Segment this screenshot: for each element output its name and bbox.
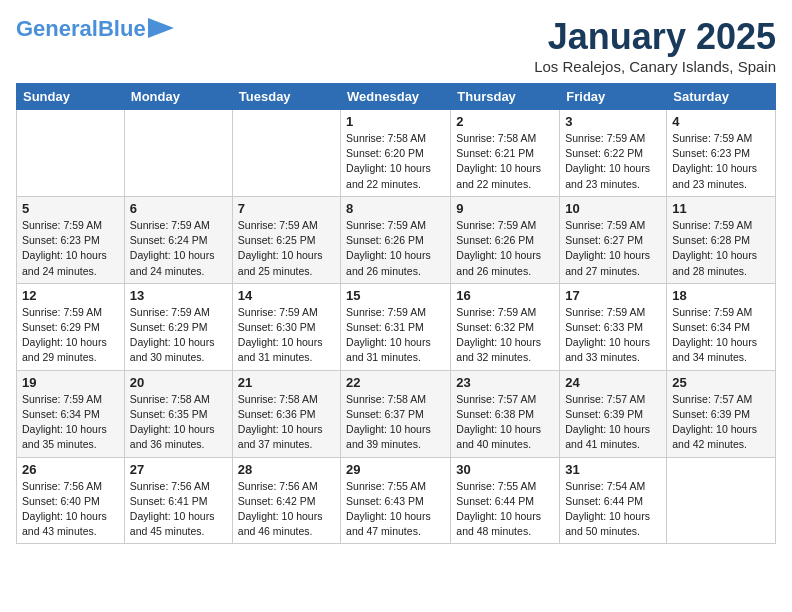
day-info: Sunrise: 7:59 AMSunset: 6:32 PMDaylight:…	[456, 305, 554, 366]
calendar-cell	[232, 110, 340, 197]
day-number: 8	[346, 201, 445, 216]
day-info: Sunrise: 7:59 AMSunset: 6:24 PMDaylight:…	[130, 218, 227, 279]
weekday-header-row: SundayMondayTuesdayWednesdayThursdayFrid…	[17, 84, 776, 110]
day-number: 21	[238, 375, 335, 390]
day-number: 25	[672, 375, 770, 390]
day-info: Sunrise: 7:56 AMSunset: 6:40 PMDaylight:…	[22, 479, 119, 540]
day-number: 24	[565, 375, 661, 390]
calendar-cell: 30Sunrise: 7:55 AMSunset: 6:44 PMDayligh…	[451, 457, 560, 544]
calendar-cell: 29Sunrise: 7:55 AMSunset: 6:43 PMDayligh…	[341, 457, 451, 544]
weekday-header-thursday: Thursday	[451, 84, 560, 110]
day-info: Sunrise: 7:59 AMSunset: 6:33 PMDaylight:…	[565, 305, 661, 366]
day-number: 28	[238, 462, 335, 477]
day-info: Sunrise: 7:59 AMSunset: 6:28 PMDaylight:…	[672, 218, 770, 279]
day-info: Sunrise: 7:59 AMSunset: 6:22 PMDaylight:…	[565, 131, 661, 192]
calendar-cell: 17Sunrise: 7:59 AMSunset: 6:33 PMDayligh…	[560, 283, 667, 370]
day-info: Sunrise: 7:57 AMSunset: 6:39 PMDaylight:…	[672, 392, 770, 453]
day-info: Sunrise: 7:57 AMSunset: 6:39 PMDaylight:…	[565, 392, 661, 453]
calendar-cell: 5Sunrise: 7:59 AMSunset: 6:23 PMDaylight…	[17, 196, 125, 283]
calendar-table: SundayMondayTuesdayWednesdayThursdayFrid…	[16, 83, 776, 544]
day-info: Sunrise: 7:55 AMSunset: 6:43 PMDaylight:…	[346, 479, 445, 540]
week-row-1: 1Sunrise: 7:58 AMSunset: 6:20 PMDaylight…	[17, 110, 776, 197]
day-number: 30	[456, 462, 554, 477]
calendar-cell: 20Sunrise: 7:58 AMSunset: 6:35 PMDayligh…	[124, 370, 232, 457]
calendar-cell: 7Sunrise: 7:59 AMSunset: 6:25 PMDaylight…	[232, 196, 340, 283]
logo-text: GeneralBlue	[16, 18, 146, 40]
calendar-cell: 27Sunrise: 7:56 AMSunset: 6:41 PMDayligh…	[124, 457, 232, 544]
day-number: 9	[456, 201, 554, 216]
calendar-cell: 10Sunrise: 7:59 AMSunset: 6:27 PMDayligh…	[560, 196, 667, 283]
day-number: 29	[346, 462, 445, 477]
day-info: Sunrise: 7:56 AMSunset: 6:42 PMDaylight:…	[238, 479, 335, 540]
day-number: 14	[238, 288, 335, 303]
calendar-cell: 8Sunrise: 7:59 AMSunset: 6:26 PMDaylight…	[341, 196, 451, 283]
weekday-header-monday: Monday	[124, 84, 232, 110]
calendar-cell: 13Sunrise: 7:59 AMSunset: 6:29 PMDayligh…	[124, 283, 232, 370]
day-number: 20	[130, 375, 227, 390]
calendar-cell: 19Sunrise: 7:59 AMSunset: 6:34 PMDayligh…	[17, 370, 125, 457]
calendar-cell: 14Sunrise: 7:59 AMSunset: 6:30 PMDayligh…	[232, 283, 340, 370]
day-number: 3	[565, 114, 661, 129]
day-info: Sunrise: 7:58 AMSunset: 6:36 PMDaylight:…	[238, 392, 335, 453]
day-info: Sunrise: 7:59 AMSunset: 6:23 PMDaylight:…	[22, 218, 119, 279]
calendar-cell: 15Sunrise: 7:59 AMSunset: 6:31 PMDayligh…	[341, 283, 451, 370]
day-info: Sunrise: 7:59 AMSunset: 6:26 PMDaylight:…	[456, 218, 554, 279]
day-info: Sunrise: 7:59 AMSunset: 6:25 PMDaylight:…	[238, 218, 335, 279]
calendar-cell: 11Sunrise: 7:59 AMSunset: 6:28 PMDayligh…	[667, 196, 776, 283]
day-info: Sunrise: 7:57 AMSunset: 6:38 PMDaylight:…	[456, 392, 554, 453]
day-info: Sunrise: 7:59 AMSunset: 6:29 PMDaylight:…	[22, 305, 119, 366]
day-number: 31	[565, 462, 661, 477]
calendar-cell	[124, 110, 232, 197]
day-number: 4	[672, 114, 770, 129]
calendar-cell: 24Sunrise: 7:57 AMSunset: 6:39 PMDayligh…	[560, 370, 667, 457]
calendar-cell: 25Sunrise: 7:57 AMSunset: 6:39 PMDayligh…	[667, 370, 776, 457]
calendar-cell: 3Sunrise: 7:59 AMSunset: 6:22 PMDaylight…	[560, 110, 667, 197]
day-number: 18	[672, 288, 770, 303]
calendar-cell: 4Sunrise: 7:59 AMSunset: 6:23 PMDaylight…	[667, 110, 776, 197]
day-info: Sunrise: 7:58 AMSunset: 6:20 PMDaylight:…	[346, 131, 445, 192]
day-info: Sunrise: 7:54 AMSunset: 6:44 PMDaylight:…	[565, 479, 661, 540]
calendar-cell: 31Sunrise: 7:54 AMSunset: 6:44 PMDayligh…	[560, 457, 667, 544]
calendar-cell: 26Sunrise: 7:56 AMSunset: 6:40 PMDayligh…	[17, 457, 125, 544]
calendar-cell: 18Sunrise: 7:59 AMSunset: 6:34 PMDayligh…	[667, 283, 776, 370]
day-info: Sunrise: 7:58 AMSunset: 6:35 PMDaylight:…	[130, 392, 227, 453]
day-info: Sunrise: 7:56 AMSunset: 6:41 PMDaylight:…	[130, 479, 227, 540]
calendar-cell: 12Sunrise: 7:59 AMSunset: 6:29 PMDayligh…	[17, 283, 125, 370]
svg-marker-0	[148, 18, 174, 38]
day-info: Sunrise: 7:59 AMSunset: 6:30 PMDaylight:…	[238, 305, 335, 366]
day-number: 10	[565, 201, 661, 216]
day-info: Sunrise: 7:59 AMSunset: 6:34 PMDaylight:…	[22, 392, 119, 453]
day-number: 27	[130, 462, 227, 477]
location-title: Los Realejos, Canary Islands, Spain	[534, 58, 776, 75]
calendar-cell: 6Sunrise: 7:59 AMSunset: 6:24 PMDaylight…	[124, 196, 232, 283]
day-number: 22	[346, 375, 445, 390]
day-number: 15	[346, 288, 445, 303]
calendar-cell	[667, 457, 776, 544]
day-info: Sunrise: 7:59 AMSunset: 6:31 PMDaylight:…	[346, 305, 445, 366]
day-number: 17	[565, 288, 661, 303]
day-number: 12	[22, 288, 119, 303]
calendar-cell: 16Sunrise: 7:59 AMSunset: 6:32 PMDayligh…	[451, 283, 560, 370]
logo: GeneralBlue	[16, 16, 174, 42]
day-number: 23	[456, 375, 554, 390]
calendar-cell: 9Sunrise: 7:59 AMSunset: 6:26 PMDaylight…	[451, 196, 560, 283]
day-number: 16	[456, 288, 554, 303]
day-number: 2	[456, 114, 554, 129]
calendar-cell: 28Sunrise: 7:56 AMSunset: 6:42 PMDayligh…	[232, 457, 340, 544]
weekday-header-friday: Friday	[560, 84, 667, 110]
day-info: Sunrise: 7:59 AMSunset: 6:26 PMDaylight:…	[346, 218, 445, 279]
calendar-cell: 22Sunrise: 7:58 AMSunset: 6:37 PMDayligh…	[341, 370, 451, 457]
day-number: 5	[22, 201, 119, 216]
day-number: 19	[22, 375, 119, 390]
calendar-cell: 23Sunrise: 7:57 AMSunset: 6:38 PMDayligh…	[451, 370, 560, 457]
week-row-4: 19Sunrise: 7:59 AMSunset: 6:34 PMDayligh…	[17, 370, 776, 457]
day-info: Sunrise: 7:59 AMSunset: 6:23 PMDaylight:…	[672, 131, 770, 192]
day-number: 11	[672, 201, 770, 216]
page-header: GeneralBlue January 2025 Los Realejos, C…	[16, 16, 776, 75]
weekday-header-sunday: Sunday	[17, 84, 125, 110]
day-info: Sunrise: 7:59 AMSunset: 6:34 PMDaylight:…	[672, 305, 770, 366]
day-info: Sunrise: 7:59 AMSunset: 6:27 PMDaylight:…	[565, 218, 661, 279]
day-info: Sunrise: 7:58 AMSunset: 6:37 PMDaylight:…	[346, 392, 445, 453]
weekday-header-saturday: Saturday	[667, 84, 776, 110]
day-number: 13	[130, 288, 227, 303]
